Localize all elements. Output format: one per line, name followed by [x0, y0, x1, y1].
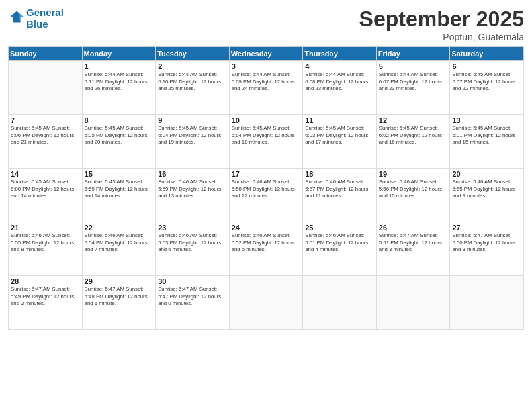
- table-row: 14Sunrise: 5:45 AM Sunset: 6:00 PM Dayli…: [9, 169, 83, 222]
- table-row: 3Sunrise: 5:44 AM Sunset: 6:09 PM Daylig…: [229, 61, 303, 115]
- table-row: 17Sunrise: 5:46 AM Sunset: 5:58 PM Dayli…: [229, 169, 303, 222]
- table-row: 8Sunrise: 5:45 AM Sunset: 6:05 PM Daylig…: [82, 115, 156, 169]
- table-row: 23Sunrise: 5:46 AM Sunset: 5:53 PM Dayli…: [156, 222, 230, 276]
- table-row: 29Sunrise: 5:47 AM Sunset: 5:48 PM Dayli…: [82, 276, 156, 330]
- table-row: 27Sunrise: 5:47 AM Sunset: 5:50 PM Dayli…: [450, 222, 524, 276]
- table-row: [450, 276, 524, 330]
- table-row: 16Sunrise: 5:46 AM Sunset: 5:59 PM Dayli…: [156, 169, 230, 222]
- cell-info: Sunrise: 5:46 AM Sunset: 5:59 PM Dayligh…: [158, 179, 227, 200]
- table-row: 13Sunrise: 5:45 AM Sunset: 6:01 PM Dayli…: [450, 115, 524, 169]
- title-block: September 2025 Poptun, Guatemala: [359, 7, 524, 42]
- day-number: 30: [158, 277, 227, 285]
- table-row: 15Sunrise: 5:45 AM Sunset: 5:59 PM Dayli…: [82, 169, 156, 222]
- month-title: September 2025: [359, 7, 524, 32]
- week-row-5: 28Sunrise: 5:47 AM Sunset: 5:49 PM Dayli…: [9, 276, 524, 330]
- logo-line1: General: [26, 7, 64, 18]
- table-row: 12Sunrise: 5:45 AM Sunset: 6:02 PM Dayli…: [376, 115, 450, 169]
- cell-info: Sunrise: 5:47 AM Sunset: 5:48 PM Dayligh…: [85, 286, 154, 308]
- cell-info: Sunrise: 5:45 AM Sunset: 6:03 PM Dayligh…: [305, 125, 374, 146]
- cell-info: Sunrise: 5:45 AM Sunset: 6:06 PM Dayligh…: [11, 125, 80, 146]
- day-number: 28: [11, 277, 80, 285]
- col-monday: Monday: [82, 47, 156, 61]
- table-row: 21Sunrise: 5:46 AM Sunset: 5:55 PM Dayli…: [9, 222, 83, 276]
- cell-info: Sunrise: 5:46 AM Sunset: 5:52 PM Dayligh…: [232, 232, 301, 254]
- page: General Blue September 2025 Poptun, Guat…: [0, 0, 532, 411]
- week-row-4: 21Sunrise: 5:46 AM Sunset: 5:55 PM Dayli…: [9, 222, 524, 276]
- day-number: 6: [452, 62, 521, 71]
- day-number: 1: [85, 62, 154, 71]
- day-number: 25: [305, 224, 374, 232]
- day-number: 17: [232, 170, 301, 178]
- col-friday: Friday: [376, 47, 450, 61]
- day-number: 19: [379, 170, 448, 178]
- table-row: 18Sunrise: 5:46 AM Sunset: 5:57 PM Dayli…: [303, 169, 377, 222]
- cell-info: Sunrise: 5:45 AM Sunset: 5:59 PM Dayligh…: [85, 179, 154, 200]
- table-row: 6Sunrise: 5:45 AM Sunset: 6:07 PM Daylig…: [450, 61, 524, 115]
- day-number: 18: [305, 170, 374, 178]
- cell-info: Sunrise: 5:45 AM Sunset: 6:04 PM Dayligh…: [158, 125, 227, 146]
- table-row: 22Sunrise: 5:46 AM Sunset: 5:54 PM Dayli…: [82, 222, 156, 276]
- cell-info: Sunrise: 5:44 AM Sunset: 6:11 PM Dayligh…: [85, 71, 154, 93]
- table-row: 28Sunrise: 5:47 AM Sunset: 5:49 PM Dayli…: [9, 276, 83, 330]
- day-number: 16: [158, 170, 227, 178]
- calendar: Sunday Monday Tuesday Wednesday Thursday…: [8, 46, 524, 330]
- logo-icon: [9, 9, 24, 24]
- day-number: 29: [85, 277, 154, 285]
- table-row: 1Sunrise: 5:44 AM Sunset: 6:11 PM Daylig…: [82, 61, 156, 115]
- day-number: 26: [379, 224, 448, 232]
- cell-info: Sunrise: 5:46 AM Sunset: 5:56 PM Dayligh…: [379, 179, 448, 200]
- table-row: 11Sunrise: 5:45 AM Sunset: 6:03 PM Dayli…: [303, 115, 377, 169]
- day-number: 27: [452, 224, 521, 232]
- table-row: [376, 276, 450, 330]
- cell-info: Sunrise: 5:46 AM Sunset: 5:57 PM Dayligh…: [305, 179, 374, 200]
- cell-info: Sunrise: 5:44 AM Sunset: 6:07 PM Dayligh…: [379, 71, 448, 93]
- day-number: 24: [232, 224, 301, 232]
- day-number: 4: [305, 62, 374, 71]
- col-tuesday: Tuesday: [156, 47, 230, 61]
- table-row: 10Sunrise: 5:45 AM Sunset: 6:04 PM Dayli…: [229, 115, 303, 169]
- table-row: 25Sunrise: 5:46 AM Sunset: 5:51 PM Dayli…: [303, 222, 377, 276]
- day-number: 2: [158, 62, 227, 71]
- col-wednesday: Wednesday: [229, 47, 303, 61]
- day-number: 3: [232, 62, 301, 71]
- svg-marker-1: [19, 14, 24, 20]
- week-row-1: 1Sunrise: 5:44 AM Sunset: 6:11 PM Daylig…: [9, 61, 524, 115]
- cell-info: Sunrise: 5:47 AM Sunset: 5:47 PM Dayligh…: [158, 286, 227, 308]
- cell-info: Sunrise: 5:44 AM Sunset: 6:10 PM Dayligh…: [158, 71, 227, 93]
- day-number: 11: [305, 116, 374, 124]
- location: Poptun, Guatemala: [359, 32, 524, 42]
- day-number: 8: [85, 116, 154, 124]
- day-number: 20: [452, 170, 521, 178]
- day-number: 21: [11, 224, 80, 232]
- day-number: 5: [379, 62, 448, 71]
- cell-info: Sunrise: 5:45 AM Sunset: 6:02 PM Dayligh…: [379, 125, 448, 146]
- cell-info: Sunrise: 5:45 AM Sunset: 6:07 PM Dayligh…: [452, 71, 521, 93]
- cell-info: Sunrise: 5:45 AM Sunset: 6:04 PM Dayligh…: [232, 125, 301, 146]
- day-number: 14: [11, 170, 80, 178]
- table-row: 7Sunrise: 5:45 AM Sunset: 6:06 PM Daylig…: [9, 115, 83, 169]
- col-sunday: Sunday: [9, 47, 83, 61]
- cell-info: Sunrise: 5:45 AM Sunset: 6:00 PM Dayligh…: [11, 179, 80, 200]
- table-row: [229, 276, 303, 330]
- cell-info: Sunrise: 5:46 AM Sunset: 5:55 PM Dayligh…: [11, 232, 80, 254]
- day-number: 23: [158, 224, 227, 232]
- day-number: 7: [11, 116, 80, 124]
- day-number: 9: [158, 116, 227, 124]
- cell-info: Sunrise: 5:46 AM Sunset: 5:58 PM Dayligh…: [232, 179, 301, 200]
- week-row-3: 14Sunrise: 5:45 AM Sunset: 6:00 PM Dayli…: [9, 169, 524, 222]
- cell-info: Sunrise: 5:47 AM Sunset: 5:50 PM Dayligh…: [452, 232, 521, 254]
- header: General Blue September 2025 Poptun, Guat…: [8, 7, 524, 42]
- day-number: 10: [232, 116, 301, 124]
- table-row: 24Sunrise: 5:46 AM Sunset: 5:52 PM Dayli…: [229, 222, 303, 276]
- day-number: 12: [379, 116, 448, 124]
- day-number: 15: [85, 170, 154, 178]
- table-row: 2Sunrise: 5:44 AM Sunset: 6:10 PM Daylig…: [156, 61, 230, 115]
- table-row: 19Sunrise: 5:46 AM Sunset: 5:56 PM Dayli…: [376, 169, 450, 222]
- table-row: 5Sunrise: 5:44 AM Sunset: 6:07 PM Daylig…: [376, 61, 450, 115]
- table-row: 26Sunrise: 5:47 AM Sunset: 5:51 PM Dayli…: [376, 222, 450, 276]
- day-number: 13: [452, 116, 521, 124]
- logo: General Blue: [8, 7, 64, 30]
- cell-info: Sunrise: 5:45 AM Sunset: 6:01 PM Dayligh…: [452, 125, 521, 146]
- cell-info: Sunrise: 5:46 AM Sunset: 5:51 PM Dayligh…: [305, 232, 374, 254]
- cell-info: Sunrise: 5:47 AM Sunset: 5:51 PM Dayligh…: [379, 232, 448, 254]
